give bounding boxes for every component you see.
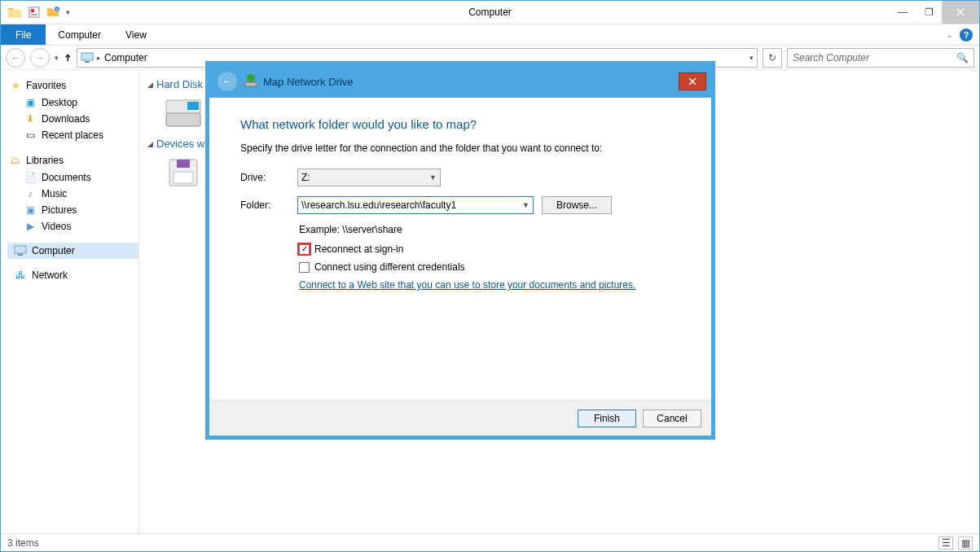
browse-button[interactable]: Browse... — [542, 196, 612, 214]
view-details-button[interactable]: ☰ — [938, 537, 953, 550]
reconnect-label: Reconnect at sign-in — [314, 243, 403, 255]
help-icon[interactable]: ? — [960, 28, 973, 42]
dialog-title: Map Network Drive — [244, 73, 354, 90]
dialog-close-button[interactable] — [679, 72, 706, 90]
ribbon-tab-computer[interactable]: Computer — [46, 29, 113, 41]
search-icon: 🔍 — [956, 52, 969, 64]
search-placeholder: Search Computer — [793, 52, 869, 64]
search-input[interactable]: Search Computer 🔍 — [787, 48, 974, 68]
pictures-icon: ▣ — [24, 204, 37, 217]
properties-icon[interactable] — [27, 5, 42, 20]
svg-text:+: + — [56, 7, 59, 11]
reconnect-checkbox-row[interactable]: Reconnect at sign-in — [299, 243, 680, 255]
sidebar-item-documents[interactable]: 📄Documents — [7, 169, 138, 186]
sidebar-item-pictures[interactable]: ▣Pictures — [7, 202, 138, 218]
downloads-icon: ⬇ — [24, 112, 37, 125]
folder-combobox[interactable]: \\research.lsu.edu\research\faculty1 ▼ — [297, 196, 534, 214]
back-button[interactable]: ← — [6, 48, 25, 68]
sidebar-item-recent[interactable]: ▭Recent places — [7, 127, 138, 143]
nav-pane: ★ Favorites ▣Desktop ⬇Downloads ▭Recent … — [1, 70, 139, 533]
example-text: Example: \\server\share — [299, 224, 680, 235]
ribbon-tab-view[interactable]: View — [113, 29, 159, 41]
svg-rect-6 — [85, 61, 90, 63]
sidebar-libraries-header[interactable]: 🗂 Libraries — [7, 151, 138, 169]
svg-point-15 — [247, 74, 255, 82]
nav-history-dropdown-icon[interactable]: ▾ — [55, 54, 59, 62]
qat-dropdown-icon[interactable]: ▾ — [66, 8, 70, 16]
credentials-checkbox-row[interactable]: Connect using different credentials — [299, 261, 680, 273]
floppy-icon — [164, 156, 203, 189]
network-icon: 🖧 — [14, 269, 27, 282]
sidebar-favorites-header[interactable]: ★ Favorites — [7, 77, 138, 94]
dialog-heading: What network folder would you like to ma… — [240, 117, 680, 131]
dialog-body: What network folder would you like to ma… — [209, 98, 711, 299]
svg-rect-5 — [81, 53, 93, 60]
documents-icon: 📄 — [24, 171, 37, 184]
sidebar-item-computer[interactable]: Computer — [7, 243, 138, 259]
web-connect-link[interactable]: Connect to a Web site that you can use t… — [299, 279, 680, 291]
desktop-icon: ▣ — [24, 96, 37, 109]
window-title: Computer — [1, 7, 979, 18]
map-network-drive-dialog: ← Map Network Drive What network folder … — [209, 64, 712, 436]
computer-icon — [14, 244, 27, 257]
up-button[interactable]: ➔ — [64, 52, 72, 64]
minimize-button[interactable]: — — [890, 1, 916, 24]
view-icons-button[interactable]: ▦ — [958, 537, 973, 550]
drive-label: Drive: — [240, 172, 289, 183]
dialog-titlebar: ← Map Network Drive — [209, 65, 711, 98]
folder-label: Folder: — [240, 199, 289, 211]
collapse-icon: ◢ — [147, 81, 153, 89]
svg-rect-9 — [166, 113, 200, 126]
chevron-down-icon: ▼ — [522, 201, 530, 209]
svg-rect-2 — [31, 14, 37, 15]
hard-drive-icon — [164, 98, 203, 130]
folder-icon — [7, 5, 22, 20]
address-dropdown-icon[interactable]: ▾ — [749, 54, 754, 62]
new-folder-icon[interactable]: + — [46, 5, 61, 20]
svg-rect-11 — [187, 102, 199, 110]
svg-rect-14 — [174, 172, 193, 183]
sidebar-item-downloads[interactable]: ⬇Downloads — [7, 111, 138, 127]
globe-drive-icon — [244, 73, 258, 90]
drive-combobox[interactable]: Z: ▼ — [297, 169, 441, 186]
dialog-instruction: Specify the drive letter for the connect… — [240, 142, 680, 154]
status-bar: 3 items ☰ ▦ — [1, 533, 979, 551]
forward-button[interactable]: → — [30, 48, 50, 68]
svg-rect-1 — [31, 9, 34, 12]
svg-rect-8 — [18, 254, 23, 256]
maximize-button[interactable]: ❐ — [916, 1, 942, 24]
ribbon-bar: File Computer View ⌄ ? — [1, 24, 979, 46]
chevron-down-icon: ▼ — [429, 173, 437, 182]
computer-icon — [81, 51, 94, 64]
sidebar-item-desktop[interactable]: ▣Desktop — [7, 94, 138, 111]
quick-access-toolbar: + ▾ — [1, 5, 70, 20]
highlight-box — [297, 243, 311, 256]
sidebar-item-network[interactable]: 🖧 Network — [7, 267, 138, 283]
svg-rect-16 — [245, 82, 257, 86]
star-icon: ★ — [9, 79, 22, 92]
libraries-icon: 🗂 — [9, 154, 22, 167]
title-bar: + ▾ Computer — ❐ — [1, 1, 979, 24]
sidebar-item-videos[interactable]: ▶Videos — [7, 218, 138, 234]
finish-button[interactable]: Finish — [578, 410, 636, 427]
status-item-count: 3 items — [7, 537, 39, 549]
breadcrumb-computer[interactable]: Computer — [104, 52, 147, 64]
close-button[interactable] — [942, 1, 979, 24]
ribbon-expand-icon[interactable]: ⌄ — [947, 31, 953, 39]
address-chevron-icon[interactable]: ▸ — [97, 54, 101, 62]
credentials-checkbox[interactable] — [299, 262, 310, 273]
music-icon: ♪ — [24, 187, 37, 200]
collapse-icon: ◢ — [147, 140, 153, 148]
refresh-button[interactable]: ↻ — [762, 48, 782, 68]
cancel-button[interactable]: Cancel — [643, 410, 701, 427]
svg-rect-13 — [177, 160, 190, 168]
credentials-label: Connect using different credentials — [314, 261, 465, 273]
ribbon-file-tab[interactable]: File — [1, 24, 46, 45]
recent-icon: ▭ — [24, 129, 37, 142]
dialog-button-row: Finish Cancel — [209, 400, 711, 436]
videos-icon: ▶ — [24, 220, 37, 233]
window-controls: — ❐ — [890, 1, 979, 24]
dialog-back-button[interactable]: ← — [218, 72, 237, 91]
sidebar-item-music[interactable]: ♪Music — [7, 186, 138, 202]
svg-rect-7 — [15, 246, 26, 253]
